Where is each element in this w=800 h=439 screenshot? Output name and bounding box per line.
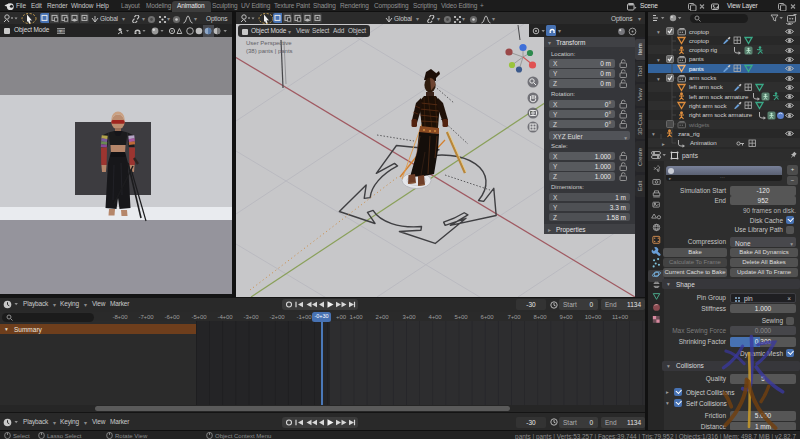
svg-text:User Perspective: User Perspective: [246, 40, 292, 46]
svg-text:(38) pants | pants: (38) pants | pants: [246, 48, 293, 54]
